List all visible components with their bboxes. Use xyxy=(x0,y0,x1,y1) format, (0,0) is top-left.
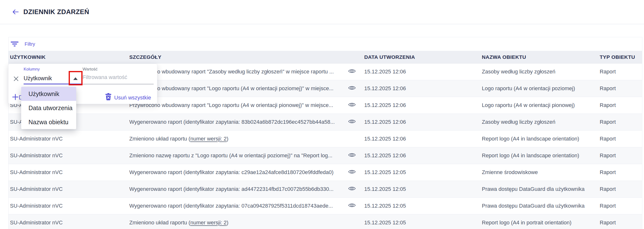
version-link[interactable]: numer wersji: 2 xyxy=(190,220,227,226)
cell-date: 15.12.2025 12:06 xyxy=(364,85,482,92)
cell-object-type: Raport xyxy=(600,186,642,192)
cell-eye xyxy=(348,152,364,160)
dropdown-option[interactable]: Użytkownik xyxy=(21,87,76,101)
cell-date: 15.12.2025 12:05 xyxy=(364,186,482,192)
cell-details: Wygenerowano raport (identyfikator zapyt… xyxy=(129,186,348,192)
event-log-page: DZIENNIK ZDARZEŃ Filtry UŻYTKOWNIK SZCZE… xyxy=(0,0,644,229)
value-label: Wartość xyxy=(82,67,98,72)
eye-icon xyxy=(348,118,356,124)
eye-icon xyxy=(348,68,356,74)
annotation-highlight-box xyxy=(69,71,82,85)
table-row[interactable]: SU-Administrator nVCZmieniono układ rapo… xyxy=(8,131,642,147)
filter-icon xyxy=(10,41,19,47)
cell-details: Zmieniono układ raportu (numer wersji: 2… xyxy=(129,136,348,142)
table-row[interactable]: SU-Administrator nVCZmieniono nazwę rapo… xyxy=(8,147,642,164)
cell-user: SU-Administrator nVC xyxy=(10,169,129,176)
add-filter-button[interactable] xyxy=(12,94,19,101)
dropdown-option[interactable]: Nazwa obiektu xyxy=(21,115,76,129)
cell-date: 15.12.2025 12:06 xyxy=(364,102,482,108)
cell-details: Zmieniono układ raportu (numer wersji: 2… xyxy=(129,220,348,226)
cell-details: Zmieniono nazwę raportu z "Logo raportu … xyxy=(129,152,348,159)
dropdown-option[interactable]: Data utworzenia xyxy=(21,101,76,115)
filters-toolbar-label: Filtry xyxy=(24,41,35,47)
cell-date: 15.12.2025 12:06 xyxy=(364,152,482,159)
table-row[interactable]: SU-Administrator nVCWygenerowano raport … xyxy=(8,114,642,131)
eye-button[interactable] xyxy=(348,68,356,74)
cell-object-type: Raport xyxy=(600,102,642,108)
cell-user: SU-Administrator nVC xyxy=(10,136,129,142)
cell-eye xyxy=(348,68,364,76)
table-row[interactable]: SU-Administrator nVCZmieniono układ rapo… xyxy=(8,215,642,229)
table-row[interactable]: SU-Administrator nVCWygenerowano raport … xyxy=(8,181,642,198)
eye-button[interactable] xyxy=(348,202,356,208)
cell-eye xyxy=(348,169,364,176)
eye-icon xyxy=(348,169,356,175)
trash-x-icon xyxy=(105,93,112,100)
cell-object-name: Report logo (A4 in landscape orientation… xyxy=(482,136,600,142)
page-title: DZIENNIK ZDARZEŃ xyxy=(23,8,89,16)
cell-user: SU-Administrator nVC xyxy=(10,186,129,192)
cell-eye xyxy=(348,102,364,109)
column-header-details[interactable]: SZCZEGÓŁY xyxy=(129,54,348,60)
eye-button[interactable] xyxy=(348,186,356,192)
eye-icon xyxy=(348,85,356,91)
table-header: UŻYTKOWNIK SZCZEGÓŁY DATA UTWORZENIA NAZ… xyxy=(8,51,642,63)
eye-icon xyxy=(348,202,356,208)
cell-object-name: Zasoby według liczby zgłoszeń xyxy=(482,119,600,125)
delete-all-button[interactable] xyxy=(105,93,112,101)
column-select[interactable]: Użytkownik xyxy=(24,75,52,82)
cell-user: SU-Administrator nVC xyxy=(10,203,129,209)
input-underline xyxy=(82,84,154,84)
cell-date: 15.12.2025 12:05 xyxy=(364,203,482,209)
plus-icon xyxy=(12,94,19,100)
cell-date: 15.12.2025 12:06 xyxy=(364,69,482,75)
column-header-object-name[interactable]: NAZWA OBIEKTU xyxy=(482,54,600,60)
delete-all-label[interactable]: Usuń wszystkie xyxy=(114,95,151,101)
cell-object-type: Raport xyxy=(600,220,642,226)
page-header: DZIENNIK ZDARZEŃ xyxy=(0,0,644,24)
cell-eye xyxy=(348,202,364,210)
version-link[interactable]: numer wersji: 2 xyxy=(190,136,227,142)
column-dropdown-menu: UżytkownikData utworzeniaNazwa obiektu xyxy=(21,87,76,129)
back-arrow-icon xyxy=(12,8,19,16)
table-row[interactable]: SU-Administrator nVCWygenerowano raport … xyxy=(8,164,642,181)
cell-details: Wygenerowano raport (identyfikator zapyt… xyxy=(129,169,348,176)
filter-value-input[interactable] xyxy=(82,74,154,80)
columns-label: Kolumny xyxy=(24,67,40,72)
cell-eye xyxy=(348,85,364,92)
cell-object-type: Raport xyxy=(600,119,642,125)
eye-icon xyxy=(348,152,356,158)
cell-object-name: Prawa dostępu DataGuard dla użytkownika xyxy=(482,186,600,192)
cell-date: 15.12.2025 12:06 xyxy=(364,136,482,142)
cell-object-type: Raport xyxy=(600,203,642,209)
eye-button[interactable] xyxy=(348,85,356,91)
cell-details: Przywrócono wbudowany raport "Zasoby wed… xyxy=(129,69,348,75)
eye-button[interactable] xyxy=(348,102,356,108)
cell-object-name: Logo raportu (A4 w orientacji pionowej) xyxy=(482,102,600,108)
cell-date: 15.12.2025 12:05 xyxy=(364,220,482,226)
cell-user: SU-Administrator nVC xyxy=(10,152,129,159)
filters-toolbar[interactable]: Filtry xyxy=(8,37,642,51)
cell-details: Wygenerowano raport (identyfikator zapyt… xyxy=(129,203,348,209)
back-button[interactable] xyxy=(11,8,20,16)
remove-filter-button[interactable] xyxy=(13,76,19,83)
eye-button[interactable] xyxy=(348,169,356,175)
cell-object-name: Prawa dostępu DataGuard dla użytkownika xyxy=(482,203,600,209)
cell-eye xyxy=(348,118,364,126)
cell-object-type: Raport xyxy=(600,85,642,92)
eye-button[interactable] xyxy=(348,152,356,158)
table-row[interactable]: SU-Administrator nVCWygenerowano raport … xyxy=(8,198,642,215)
cell-object-name: Zasoby według liczby zgłoszeń xyxy=(482,69,600,75)
column-header-object-type[interactable]: TYP OBIEKTU xyxy=(600,54,642,60)
column-header-user[interactable]: UŻYTKOWNIK xyxy=(10,54,129,60)
eye-icon xyxy=(348,186,356,192)
cell-object-name: Zmienne środowiskowe xyxy=(482,169,600,176)
eye-button[interactable] xyxy=(348,118,356,124)
close-icon xyxy=(13,76,19,82)
eye-icon xyxy=(348,102,356,108)
cell-user: SU-Administrator nVC xyxy=(10,220,129,226)
cell-object-name: Report logo (A4 in landscape orientation… xyxy=(482,152,600,159)
cell-date: 15.12.2025 12:05 xyxy=(364,169,482,176)
column-header-date[interactable]: DATA UTWORZENIA xyxy=(364,54,482,60)
cell-object-name: Report logo (A4 in portrait orientation) xyxy=(482,220,600,226)
